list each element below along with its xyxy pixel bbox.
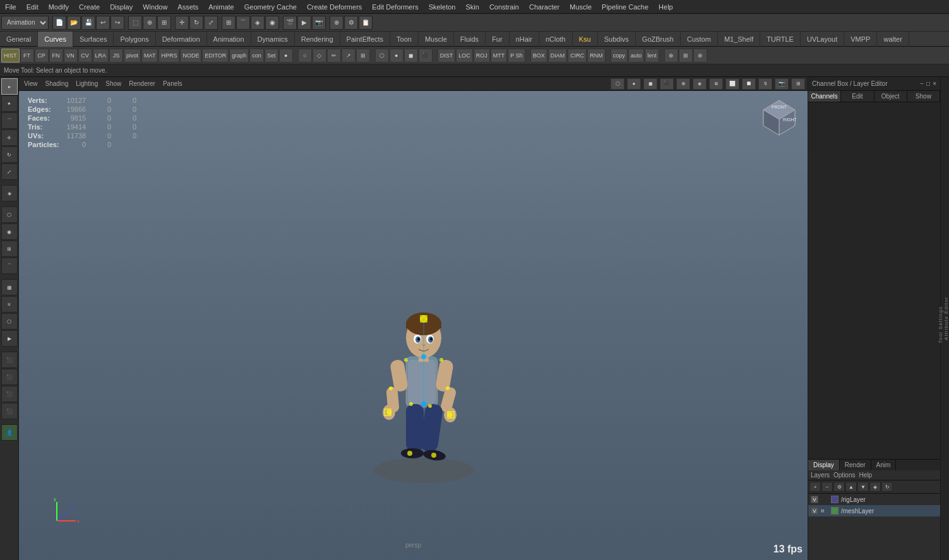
vp-icon1[interactable]: ⬡ (611, 78, 624, 90)
smooth-btn[interactable]: ● (390, 49, 403, 63)
mat-btn[interactable]: MAT (141, 49, 158, 63)
ft-btn[interactable]: FT (20, 49, 34, 63)
ipr-btn[interactable]: 📷 (312, 16, 326, 30)
vp-icon12[interactable]: ⊞ (791, 78, 805, 90)
wireframe-btn[interactable]: ⬡ (375, 49, 389, 63)
circ-btn[interactable]: CIRC (568, 49, 587, 63)
vp-shading-menu[interactable]: Shading (43, 80, 71, 88)
menu-skin[interactable]: Skin (460, 2, 484, 12)
rp-close-btn[interactable]: − (920, 80, 924, 87)
open-btn[interactable]: 📂 (67, 16, 81, 30)
attr-editor[interactable]: 📋 (359, 16, 373, 30)
viewport[interactable]: Verts: 10127 0 0 Edges: 19866 0 0 Faces:… (19, 91, 808, 560)
rp-close-x-btn[interactable]: × (933, 80, 936, 87)
layer-down-btn[interactable]: ▼ (857, 482, 869, 492)
tab-custom[interactable]: Custom (681, 32, 718, 47)
new-btn[interactable]: 📄 (52, 16, 66, 30)
move-tool[interactable]: ✛ (1, 129, 18, 146)
lra-btn[interactable]: LRA (93, 49, 109, 63)
extra1-btn[interactable]: ⊕ (664, 49, 678, 63)
mesh-color-swatch[interactable] (831, 507, 839, 515)
dist-btn[interactable]: DIST (438, 49, 456, 63)
menu-geometry-cache[interactable]: Geometry Cache (239, 2, 302, 12)
layers-menu[interactable]: Layers (811, 472, 830, 479)
tab-show[interactable]: Show (907, 91, 940, 102)
menu-create[interactable]: Create (74, 2, 105, 12)
diamond-btn[interactable]: ◇ (313, 49, 326, 63)
outliner-btn[interactable]: ≡ (1, 296, 18, 313)
layer-item-rig[interactable]: V /rigLayer (808, 494, 940, 505)
menu-help[interactable]: Help (654, 2, 678, 12)
mode-dropdown[interactable]: Animation Modeling Rigging (1, 16, 49, 30)
flat-btn[interactable]: ◼ (404, 49, 418, 63)
mesh-ref-toggle[interactable]: R (821, 508, 828, 514)
set-btn[interactable]: Set (265, 49, 278, 63)
vp-icon9[interactable]: 🔲 (742, 78, 756, 90)
attr-sidebar-label[interactable]: Attribute Editor (943, 297, 949, 340)
tab-deformation[interactable]: Deformation (156, 32, 207, 47)
menu-create-deformers[interactable]: Create Deformers (302, 2, 367, 12)
vp-panels-menu[interactable]: Panels (160, 80, 185, 88)
vn-btn[interactable]: VN (64, 49, 78, 63)
tab-turtle[interactable]: TURTLE (760, 32, 801, 47)
lasso-tool[interactable]: ⌒ (1, 112, 18, 129)
pivot-btn[interactable]: pivot (124, 49, 141, 63)
menu-animate[interactable]: Animate (203, 2, 239, 12)
loc-btn[interactable]: LOC (456, 49, 473, 63)
vp-lighting-menu[interactable]: Lighting (73, 80, 100, 88)
vp-show-menu[interactable]: Show (103, 80, 124, 88)
view-cube[interactable]: FRONT RIGHT (757, 97, 801, 143)
auto-btn[interactable]: auto (628, 49, 645, 63)
delete-layer-btn[interactable]: − (821, 482, 833, 492)
hist-btn[interactable]: HIST (1, 49, 20, 63)
tab-object[interactable]: Object (874, 91, 907, 102)
layer-tab-anim[interactable]: Anim (871, 460, 897, 470)
tool-settings[interactable]: ⚙ (344, 16, 358, 30)
box-btn[interactable]: BOX (530, 49, 547, 63)
menu-edit[interactable]: Edit (21, 2, 44, 12)
vp-icon11[interactable]: 📷 (775, 78, 789, 90)
tab-ncloth[interactable]: nCloth (539, 32, 573, 47)
rotate-btn[interactable]: ↻ (189, 16, 203, 30)
lasso-btn[interactable]: ⊕ (143, 16, 157, 30)
show-manips[interactable]: ⊕ (330, 16, 343, 30)
fn-btn[interactable]: FN (49, 49, 63, 63)
menu-skeleton[interactable]: Skeleton (424, 2, 461, 12)
vp-view-menu[interactable]: View (21, 80, 40, 88)
rotate-tool[interactable]: ↻ (1, 146, 18, 163)
perf-btn[interactable]: ● (279, 49, 293, 63)
vp-icon10[interactable]: ↯ (758, 78, 772, 90)
cv-btn[interactable]: CV (78, 49, 92, 63)
select-btn[interactable]: ⬚ (128, 16, 142, 30)
tab-painteffects[interactable]: PaintEffects (340, 32, 391, 47)
snap-point[interactable]: ◈ (251, 16, 265, 30)
pencil-btn[interactable]: ✏ (327, 49, 341, 63)
tab-uvlayout[interactable]: UVLayout (801, 32, 844, 47)
attribute-sidebar-tab[interactable]: Attribute Editor Tool Settings (940, 77, 949, 560)
layer-refresh-btn[interactable]: ↻ (881, 482, 893, 492)
roj-btn[interactable]: ROJ (474, 49, 490, 63)
select-tool[interactable]: ▸ (1, 78, 18, 95)
quick-layout-2[interactable]: ⬛ (1, 369, 18, 385)
render-view-btn[interactable]: ▶ (1, 330, 18, 347)
sculpt-tool[interactable]: ⬡ (1, 206, 18, 223)
layers-btn[interactable]: ▦ (1, 279, 18, 295)
tab-vmpp[interactable]: VMPP (844, 32, 877, 47)
quick-layout-3[interactable]: ⬛ (1, 386, 18, 402)
lattice-tool[interactable]: ⊞ (1, 241, 18, 257)
vp-icon7[interactable]: ⊗ (709, 78, 723, 90)
menu-constrain[interactable]: Constrain (484, 2, 524, 12)
layer-options-btn[interactable]: ⚙ (833, 482, 845, 492)
tab-m1shelf[interactable]: M1_Shelf (718, 32, 760, 47)
snap-curve[interactable]: ⌒ (236, 16, 250, 30)
scale-btn[interactable]: ⤢ (204, 16, 218, 30)
tab-fluids[interactable]: Fluids (454, 32, 486, 47)
hypergraph-btn[interactable]: ⬡ (1, 313, 18, 330)
tab-subdivs[interactable]: Subdivs (598, 32, 636, 47)
con-btn[interactable]: con (249, 49, 264, 63)
tab-rendering[interactable]: Rendering (295, 32, 340, 47)
menu-modify[interactable]: Modify (44, 2, 74, 12)
quick-layout-1[interactable]: ⬛ (1, 352, 18, 368)
hprs-btn[interactable]: HPRS (158, 49, 179, 63)
layer-item-mesh[interactable]: V R /meshLayer (808, 505, 940, 516)
